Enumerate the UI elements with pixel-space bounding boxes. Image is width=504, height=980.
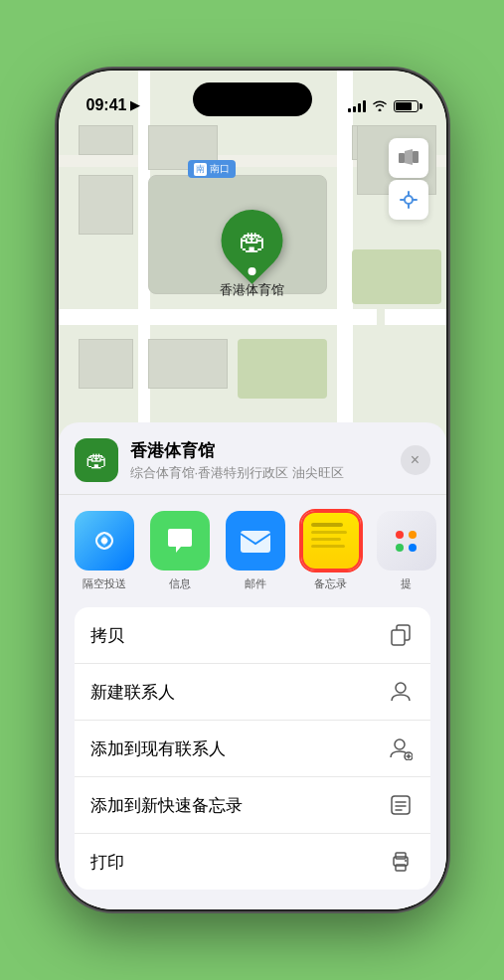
dynamic-island [193, 82, 312, 116]
quick-note-icon [387, 791, 415, 819]
copy-icon [387, 621, 415, 649]
svg-point-14 [395, 739, 405, 749]
signal-icon [348, 100, 366, 112]
location-icon: ▶ [130, 98, 139, 112]
messages-icon [150, 511, 210, 571]
new-contact-icon [387, 678, 415, 706]
location-button[interactable] [389, 180, 428, 220]
notes-label: 备忘录 [314, 576, 347, 591]
quick-note-label: 添加到新快速备忘录 [90, 794, 243, 817]
share-app-notes[interactable]: 备忘录 [297, 511, 365, 591]
phone-frame: 09:41 ▶ [59, 71, 446, 909]
venue-name: 香港体育馆 [130, 439, 401, 462]
new-contact-label: 新建联系人 [90, 681, 175, 704]
svg-point-3 [405, 196, 413, 204]
mail-label: 邮件 [245, 576, 266, 591]
share-app-messages[interactable]: 信息 [146, 511, 214, 591]
svg-point-9 [101, 538, 107, 544]
south-entrance-label: 南 南口 [188, 160, 236, 178]
venue-subtitle: 综合体育馆·香港特别行政区 油尖旺区 [130, 464, 401, 482]
share-app-mail[interactable]: 邮件 [222, 511, 289, 591]
wifi-icon [372, 98, 388, 114]
location-pin: 🏟 香港体育馆 [220, 210, 284, 299]
map-controls [389, 138, 428, 222]
share-app-airdrop[interactable]: 隔空投送 [71, 511, 138, 591]
pin-shadow [249, 267, 256, 275]
stadium-icon: 🏟 [239, 225, 266, 257]
time-display: 09:41 ▶ [86, 96, 140, 114]
action-copy[interactable]: 拷贝 [75, 607, 430, 664]
bottom-sheet: 🏟 香港体育馆 综合体育馆·香港特别行政区 油尖旺区 × [59, 422, 446, 909]
more-apps-icon [377, 511, 436, 571]
svg-point-13 [396, 683, 406, 693]
close-button[interactable]: × [401, 445, 430, 475]
svg-rect-12 [392, 630, 405, 645]
action-new-contact[interactable]: 新建联系人 [75, 664, 430, 721]
action-list: 拷贝 新建联系人 [75, 607, 430, 890]
action-print[interactable]: 打印 [75, 834, 430, 890]
svg-rect-10 [241, 531, 270, 553]
battery-icon [394, 100, 419, 112]
map-type-button[interactable] [389, 138, 428, 178]
svg-point-25 [405, 860, 407, 862]
phone-screen: 09:41 ▶ [59, 71, 446, 909]
svg-rect-0 [399, 153, 405, 163]
messages-label: 信息 [169, 576, 191, 591]
copy-label: 拷贝 [90, 624, 124, 647]
share-apps-row: 隔空投送 信息 [59, 495, 446, 607]
action-quick-note[interactable]: 添加到新快速备忘录 [75, 777, 430, 834]
svg-rect-24 [396, 853, 406, 859]
action-add-contact[interactable]: 添加到现有联系人 [75, 721, 430, 777]
add-contact-label: 添加到现有联系人 [90, 737, 226, 760]
more-apps-label: 提 [401, 576, 412, 591]
status-icons [348, 98, 419, 114]
share-app-more[interactable]: 提 [373, 511, 440, 591]
airdrop-icon [75, 511, 134, 571]
print-icon [387, 848, 415, 876]
svg-rect-18 [392, 796, 410, 814]
notes-icon [301, 511, 361, 571]
print-label: 打印 [90, 851, 124, 874]
sheet-header: 🏟 香港体育馆 综合体育馆·香港特别行政区 油尖旺区 × [59, 422, 446, 495]
mail-icon [226, 511, 285, 571]
venue-app-icon: 🏟 [75, 438, 118, 482]
svg-marker-1 [405, 149, 413, 165]
venue-info: 香港体育馆 综合体育馆·香港特别行政区 油尖旺区 [130, 439, 401, 482]
add-contact-icon [387, 735, 415, 762]
airdrop-label: 隔空投送 [83, 576, 126, 591]
svg-rect-2 [413, 151, 419, 163]
